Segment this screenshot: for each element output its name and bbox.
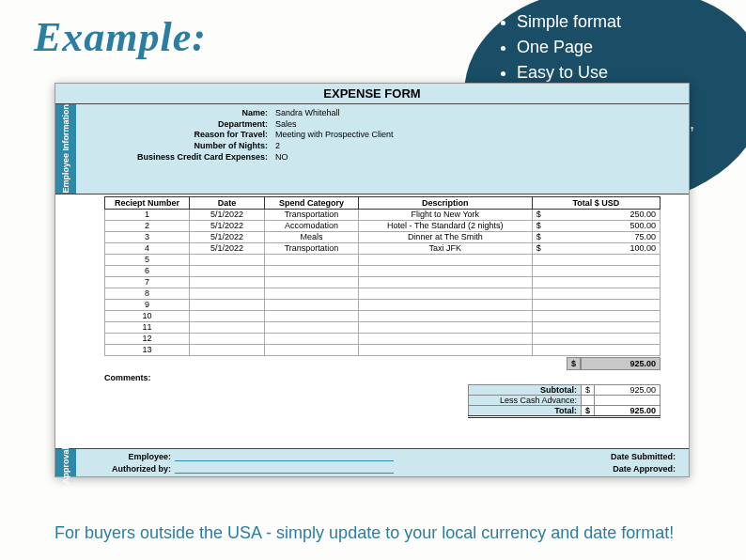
cell-date (190, 288, 265, 299)
cc-value: NO (273, 152, 288, 163)
cell-date: 5/1/2022 (190, 231, 265, 242)
table-row: 15/1/2022TransportationFlight to New Yor… (105, 209, 661, 220)
cell-amount: 250.00 (544, 209, 661, 220)
authorized-label: Authorized by: (85, 464, 175, 474)
cell-category (265, 288, 359, 299)
bottom-note: For buyers outside the USA - simply upda… (54, 521, 692, 545)
cell-date: 5/1/2022 (190, 242, 265, 254)
table-row: 6 (105, 265, 661, 276)
cell-receipt: 10 (105, 310, 190, 321)
cell-amount (544, 276, 661, 288)
dept-label: Department: (76, 119, 273, 131)
subtotal-label: Subtotal: (468, 384, 581, 395)
cell-desc: Hotel - The Standard (2 nights) (359, 220, 533, 231)
total-value: 925.00 (595, 405, 661, 416)
total-label: Total: (468, 405, 581, 416)
cell-category: Transportation (265, 209, 359, 220)
cell-date (190, 276, 265, 288)
cell-category: Accomodation (265, 220, 359, 231)
cell-amount: 100.00 (544, 242, 661, 254)
cell-date: 5/1/2022 (190, 220, 265, 231)
col-date: Date (190, 196, 265, 209)
name-value: Sandra Whitehall (273, 108, 340, 119)
cell-amount: 75.00 (544, 231, 661, 242)
cell-currency (532, 310, 544, 321)
cell-category (265, 310, 359, 321)
feature-item: Easy to Use (517, 60, 727, 86)
cell-receipt: 9 (105, 299, 190, 310)
cell-desc (359, 344, 533, 355)
cell-currency: $ (532, 220, 544, 231)
cell-amount: 500.00 (544, 220, 661, 231)
cell-date (190, 265, 265, 276)
expense-table-wrap: Reciept Number Date Spend Category Descr… (55, 194, 689, 370)
nights-value: 2 (273, 141, 280, 152)
cell-receipt: 11 (105, 321, 190, 333)
comments-label: Comments: (55, 370, 689, 384)
cell-desc (359, 310, 533, 321)
example-heading: Example: (34, 13, 207, 61)
table-row: 35/1/2022MealsDinner at The Smith$75.00 (105, 231, 661, 242)
sum-amount: 925.00 (581, 357, 661, 370)
cell-amount (544, 321, 661, 333)
feature-item: One Page (517, 35, 727, 60)
cell-desc: Taxi JFK (359, 242, 533, 254)
table-sum-row: $ 925.00 (104, 357, 661, 370)
cell-category (265, 321, 359, 333)
cell-receipt: 1 (105, 209, 190, 220)
cell-date (190, 310, 265, 321)
name-label: Name: (76, 108, 273, 119)
sum-currency: $ (567, 357, 581, 370)
form-title: EXPENSE FORM (55, 84, 689, 104)
cell-amount (544, 299, 661, 310)
cell-desc (359, 265, 533, 276)
table-row: 7 (105, 276, 661, 288)
advance-value (595, 395, 661, 405)
cell-desc (359, 321, 533, 333)
subtotal-cur: $ (581, 384, 594, 395)
cc-label: Business Credit Card Expenses: (76, 152, 273, 163)
advance-label: Less Cash Advance: (468, 395, 581, 405)
cell-amount (544, 288, 661, 299)
table-row: 5 (105, 254, 661, 265)
cell-receipt: 12 (105, 333, 190, 344)
cell-category (265, 344, 359, 355)
cell-date (190, 299, 265, 310)
col-receipt: Reciept Number (105, 196, 190, 209)
cell-desc (359, 276, 533, 288)
cell-date (190, 333, 265, 344)
authorized-line (175, 464, 394, 474)
cell-category (265, 299, 359, 310)
cell-currency: $ (532, 209, 544, 220)
table-row: 11 (105, 321, 661, 333)
cell-receipt: 8 (105, 288, 190, 299)
employee-sig-label: Employee: (85, 452, 175, 461)
cell-currency (532, 254, 544, 265)
table-row: 8 (105, 288, 661, 299)
cell-receipt: 3 (105, 231, 190, 242)
cell-amount (544, 344, 661, 355)
cell-currency (532, 321, 544, 333)
reason-value: Meeting with Prospective Client (273, 130, 394, 141)
cell-desc (359, 333, 533, 344)
cell-date (190, 254, 265, 265)
cell-desc: Flight to New York (359, 209, 533, 220)
date-submitted-label: Date Submitted: (412, 452, 679, 461)
employee-vlabel: Employee Information (55, 104, 76, 194)
cell-amount (544, 265, 661, 276)
cell-category: Meals (265, 231, 359, 242)
employee-section: Employee Information Name:Sandra Whiteha… (55, 104, 689, 194)
cell-currency (532, 333, 544, 344)
cell-receipt: 4 (105, 242, 190, 254)
dept-value: Sales (273, 119, 297, 131)
cell-desc (359, 288, 533, 299)
nights-label: Number of Nights: (76, 141, 273, 152)
approvals-vlabel: Approvals (55, 449, 76, 476)
table-row: 10 (105, 310, 661, 321)
employee-sig-line (175, 452, 394, 461)
col-desc: Description (359, 196, 533, 209)
cell-desc: Dinner at The Smith (359, 231, 533, 242)
subtotal-value: 925.00 (595, 384, 661, 395)
cell-currency: $ (532, 231, 544, 242)
cell-category (265, 333, 359, 344)
